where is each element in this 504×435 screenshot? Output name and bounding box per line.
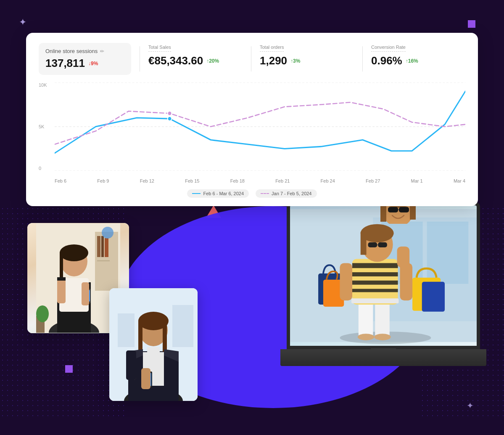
laptop-base <box>280 349 486 366</box>
svg-rect-69 <box>340 263 352 300</box>
svg-rect-49 <box>359 300 373 338</box>
svg-rect-7 <box>97 236 100 257</box>
svg-point-4 <box>168 111 172 116</box>
sessions-value: 137,811 ↓9% <box>45 57 124 70</box>
bottom-section <box>0 206 504 435</box>
svg-rect-43 <box>126 350 136 380</box>
svg-point-51 <box>358 334 374 340</box>
svg-rect-47 <box>427 222 469 284</box>
y-label-0: 0 <box>39 166 52 171</box>
legend-label-2: Jan 7 - Feb 5, 2024 <box>272 191 311 196</box>
sessions-badge: ↓9% <box>88 61 98 66</box>
sessions-label: Online store sessions ✏ <box>45 48 124 54</box>
conversion-label: Conversion Rate <box>371 45 406 52</box>
chart-area: 10K 5K 0 Feb 6 Feb 9 F <box>39 82 465 183</box>
sales-value: €85,343.60 ↑20% <box>148 54 234 67</box>
x-label-mar1: Mar 1 <box>411 178 423 183</box>
chart-legend: Feb 6 - Mar 6, 2024 Jan 7 - Feb 5, 2024 <box>39 189 465 198</box>
edit-icon[interactable]: ✏ <box>100 48 104 54</box>
y-label-5k: 5K <box>39 124 52 129</box>
x-label-feb6: Feb 6 <box>55 178 66 183</box>
orders-badge: ↑3% <box>290 58 300 64</box>
svg-point-3 <box>168 117 172 121</box>
laptop-screen <box>287 202 480 349</box>
svg-rect-62 <box>378 242 387 247</box>
svg-rect-10 <box>97 260 110 261</box>
conversion-value: 0.96% ↑16% <box>371 54 457 67</box>
svg-rect-34 <box>138 320 142 354</box>
photo-card-2 <box>109 288 198 401</box>
svg-point-11 <box>102 227 113 239</box>
orders-value: 1,290 ↑3% <box>260 54 346 67</box>
svg-rect-79 <box>399 207 409 212</box>
metrics-row: Online store sessions ✏ 137,811 ↓9% Tota… <box>39 43 465 75</box>
legend-label-1: Feb 6 - Mar 6, 2024 <box>203 191 244 196</box>
svg-rect-22 <box>57 277 66 281</box>
legend-dashed-line <box>261 193 269 194</box>
laptop-frame <box>280 202 486 366</box>
svg-rect-50 <box>375 300 390 338</box>
divider-2 <box>251 46 251 72</box>
svg-rect-20 <box>57 278 66 303</box>
chart-y-labels: 10K 5K 0 <box>39 82 52 171</box>
laptop-screen-inner <box>290 205 477 346</box>
person-photo-2 <box>109 288 198 401</box>
x-label-feb9: Feb 9 <box>97 178 109 183</box>
svg-rect-21 <box>82 282 89 305</box>
x-label-feb24: Feb 24 <box>321 178 335 183</box>
metric-conversion: Conversion Rate 0.96% ↑16% <box>371 43 465 67</box>
svg-rect-9 <box>105 238 108 257</box>
svg-rect-56 <box>352 281 398 285</box>
svg-rect-73 <box>397 247 410 267</box>
svg-rect-64 <box>351 298 398 303</box>
dashboard-card: Online store sessions ✏ 137,811 ↓9% Tota… <box>26 33 478 206</box>
svg-rect-35 <box>163 320 167 352</box>
svg-rect-27 <box>118 313 135 347</box>
svg-point-24 <box>36 305 49 322</box>
x-label-feb27: Feb 27 <box>366 178 380 183</box>
svg-rect-36 <box>147 347 160 355</box>
svg-point-52 <box>374 334 391 340</box>
svg-rect-57 <box>352 289 398 292</box>
sales-label: Total Sales <box>148 45 171 52</box>
svg-point-15 <box>60 244 88 261</box>
svg-rect-78 <box>388 207 398 212</box>
y-label-10k: 10K <box>39 82 52 88</box>
x-label-feb18: Feb 18 <box>230 178 245 183</box>
x-label-mar4: Mar 4 <box>454 178 465 183</box>
svg-rect-61 <box>368 242 377 247</box>
svg-rect-54 <box>352 263 398 268</box>
metric-sales: Total Sales €85,343.60 ↑20% <box>148 43 243 67</box>
x-label-feb21: Feb 21 <box>275 178 290 183</box>
legend-item-1[interactable]: Feb 6 - Mar 6, 2024 <box>187 189 249 198</box>
svg-rect-68 <box>422 282 445 312</box>
chart-svg <box>55 82 465 171</box>
square-decoration-tr <box>468 20 475 28</box>
svg-rect-70 <box>400 263 412 300</box>
conversion-badge: ↑16% <box>406 58 418 64</box>
sales-badge: ↑20% <box>206 58 219 64</box>
divider-1 <box>140 46 140 72</box>
metric-sessions: Online store sessions ✏ 137,811 ↓9% <box>39 43 131 75</box>
svg-rect-16 <box>60 252 63 277</box>
x-label-feb12: Feb 12 <box>140 178 154 183</box>
legend-solid-line <box>192 193 201 194</box>
divider-3 <box>362 46 363 72</box>
svg-rect-55 <box>352 272 398 276</box>
svg-rect-42 <box>141 368 150 389</box>
chart-svg-container <box>55 82 465 171</box>
x-label-feb15: Feb 15 <box>185 178 199 183</box>
svg-rect-28 <box>172 305 193 347</box>
svg-rect-8 <box>101 236 104 257</box>
svg-rect-60 <box>361 232 367 255</box>
chart-x-labels: Feb 6 Feb 9 Feb 12 Feb 15 Feb 18 Feb 21 … <box>55 178 465 183</box>
orders-label: Total orders <box>260 45 284 52</box>
star-decoration-tl: ✦ <box>19 17 26 28</box>
legend-item-2[interactable]: Jan 7 - Feb 5, 2024 <box>256 189 317 198</box>
metric-orders: Total orders 1,290 ↑3% <box>260 43 354 67</box>
